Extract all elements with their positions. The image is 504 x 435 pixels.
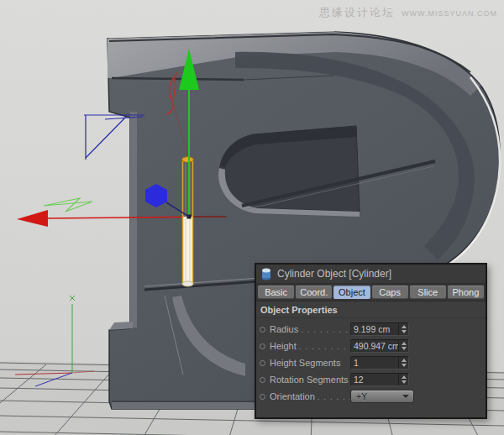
keyframe-dot-icon[interactable] <box>260 377 265 383</box>
section-header: Object Properties <box>256 301 486 318</box>
tab-basic[interactable]: Basic <box>258 286 294 299</box>
stepper-up-icon[interactable] <box>402 375 407 379</box>
property-row: Height Segments 1 <box>256 354 486 371</box>
value-text: 9.199 cm <box>351 323 398 335</box>
stepper-up-icon[interactable] <box>402 342 407 345</box>
stepper-up-icon[interactable] <box>402 325 407 328</box>
property-row: Rotation Segments 12 <box>256 371 486 388</box>
property-row: Height. . . . . . . . . . 490.947 cm <box>256 338 486 354</box>
cylinder-body-upper[interactable] <box>182 160 193 217</box>
cylinder-icon <box>261 268 271 280</box>
panel-title: Cylinder Object [Cylinder] <box>277 268 391 280</box>
height-segments-field[interactable]: 1 <box>350 356 409 369</box>
property-label: Height <box>270 341 297 351</box>
orientation-dropdown[interactable]: +Y <box>350 390 414 403</box>
property-rows: Radius. . . . . . . . . . 9.199 cm Heigh… <box>256 318 486 405</box>
radius-field[interactable]: 9.199 cm <box>350 322 409 336</box>
value-text: 1 <box>351 357 398 369</box>
cylinder-bottom-cap <box>182 281 193 286</box>
value-text: 490.947 cm <box>351 340 398 352</box>
stepper-arrows-icon[interactable] <box>398 374 408 385</box>
dot-leader: . . . . . . . . . . <box>299 342 354 351</box>
height-field[interactable]: 490.947 cm <box>350 339 409 353</box>
watermark-chinese: 思缘设计论坛 <box>319 5 395 20</box>
cylinder-object[interactable] <box>182 157 194 286</box>
stepper-arrows-icon[interactable] <box>398 357 408 369</box>
tab-caps[interactable]: Caps <box>372 286 408 299</box>
tab-object[interactable]: Object <box>333 286 370 299</box>
value-text: 12 <box>351 374 398 385</box>
stepper-down-icon[interactable] <box>402 347 407 350</box>
stepper-arrows-icon[interactable] <box>398 340 408 352</box>
stepper-up-icon[interactable] <box>402 359 407 362</box>
property-label: Rotation Segments <box>270 375 349 385</box>
property-label: Height Segments <box>270 358 340 368</box>
watermark: 思缘设计论坛 WWW.MISSYUAN.COM <box>319 5 497 20</box>
keyframe-dot-icon[interactable] <box>260 394 265 400</box>
cylinder-top-cap[interactable] <box>182 157 194 163</box>
tab-slice[interactable]: Slice <box>410 286 446 299</box>
dot-leader: . . . . . . <box>318 392 353 401</box>
panel-tabs: BasicCoord.ObjectCapsSlicePhong <box>256 284 486 301</box>
property-label: Radius <box>270 324 298 334</box>
property-label: Orientation <box>270 391 315 401</box>
watermark-url: WWW.MISSYUAN.COM <box>402 9 497 18</box>
panel-titlebar[interactable]: Cylinder Object [Cylinder] <box>256 265 486 284</box>
stepper-arrows-icon[interactable] <box>398 323 408 335</box>
dot-leader: . . . . . . . . . . <box>301 325 354 334</box>
chevron-down-icon[interactable] <box>402 395 409 398</box>
property-row: Orientation. . . . . . +Y <box>256 388 486 405</box>
keyframe-dot-icon[interactable] <box>260 360 265 366</box>
stem-side-strip <box>130 112 137 328</box>
stepper-down-icon[interactable] <box>402 364 407 367</box>
cylinder-body-lower[interactable] <box>182 217 193 284</box>
tab-phong[interactable]: Phong <box>448 286 484 299</box>
rotation-segments-field[interactable]: 12 <box>350 373 409 386</box>
keyframe-dot-icon[interactable] <box>260 343 265 349</box>
keyframe-dot-icon[interactable] <box>260 327 265 333</box>
stepper-down-icon[interactable] <box>402 380 407 384</box>
attribute-manager-panel: Cylinder Object [Cylinder] BasicCoord.Ob… <box>255 263 487 419</box>
stepper-down-icon[interactable] <box>402 330 407 333</box>
tab-coord[interactable]: Coord. <box>296 286 332 299</box>
dropdown-value: +Y <box>351 391 372 401</box>
property-row: Radius. . . . . . . . . . 9.199 cm <box>256 321 486 338</box>
